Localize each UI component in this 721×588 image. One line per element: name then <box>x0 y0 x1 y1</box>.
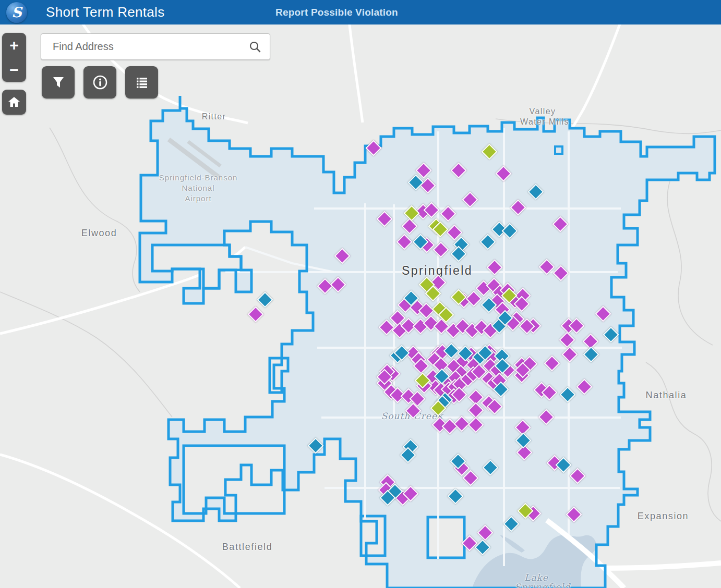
rental-marker[interactable] <box>486 259 502 275</box>
rental-marker[interactable] <box>419 177 436 193</box>
rental-marker[interactable] <box>467 416 484 433</box>
rental-marker[interactable] <box>515 432 531 448</box>
rental-marker[interactable] <box>552 265 569 281</box>
home-button[interactable] <box>2 90 26 115</box>
rental-marker[interactable] <box>257 291 273 308</box>
rental-marker[interactable] <box>440 205 456 222</box>
rental-marker[interactable] <box>453 415 470 432</box>
app-header: S Short Term Rentals Report Possible Vio… <box>0 0 721 24</box>
rental-marker[interactable] <box>501 223 518 239</box>
filter-button[interactable] <box>42 66 75 99</box>
rental-marker[interactable] <box>477 524 493 541</box>
legend-button[interactable] <box>125 66 158 99</box>
home-icon <box>7 95 21 109</box>
rental-marker[interactable] <box>561 346 578 362</box>
rental-marker[interactable] <box>376 211 392 227</box>
rental-marker[interactable] <box>461 535 477 551</box>
rental-marker[interactable] <box>447 488 463 504</box>
rental-marker[interactable] <box>503 516 519 532</box>
rental-marker[interactable] <box>474 539 490 555</box>
rental-marker[interactable] <box>450 162 466 178</box>
rental-marker[interactable] <box>401 218 417 234</box>
zoom-in-button[interactable]: + <box>2 33 26 57</box>
rental-marker[interactable] <box>559 332 575 348</box>
rental-marker[interactable] <box>566 506 582 522</box>
report-violation-link[interactable]: Report Possible Violation <box>275 0 398 24</box>
rental-marker[interactable] <box>317 278 333 294</box>
rental-marker[interactable] <box>432 241 449 258</box>
rental-marker[interactable] <box>595 305 611 322</box>
rental-marker[interactable] <box>365 140 381 156</box>
short-term-rentals-app: RitterValleyWater MillsSpringfield-Brans… <box>0 0 721 588</box>
rental-marker[interactable] <box>378 319 394 335</box>
rental-marker[interactable] <box>481 143 497 160</box>
info-icon <box>92 75 108 90</box>
rental-marker[interactable] <box>482 459 498 475</box>
city-logo: S <box>6 2 27 23</box>
rental-marker[interactable] <box>510 199 526 215</box>
rental-marker[interactable] <box>583 346 599 362</box>
search-icon[interactable] <box>249 41 261 53</box>
rental-marker[interactable] <box>552 216 568 232</box>
rental-marker[interactable] <box>527 183 544 200</box>
rental-marker[interactable] <box>495 165 511 181</box>
rental-marker[interactable] <box>479 234 496 250</box>
rental-marker[interactable] <box>576 378 592 395</box>
rental-marker[interactable] <box>569 468 585 484</box>
info-button[interactable] <box>83 66 116 99</box>
rental-marker[interactable] <box>396 234 412 250</box>
rental-marker[interactable] <box>334 248 350 264</box>
rental-marker[interactable] <box>544 355 560 371</box>
rental-marker[interactable] <box>603 326 619 342</box>
legend-icon <box>135 75 149 90</box>
rental-marker[interactable] <box>247 306 263 322</box>
rental-marker[interactable] <box>403 205 419 221</box>
filter-icon <box>51 75 66 90</box>
find-address-search <box>41 33 270 60</box>
rental-marker[interactable] <box>307 437 323 454</box>
zoom-control: + − <box>2 33 26 82</box>
rental-marker[interactable] <box>559 386 575 402</box>
zoom-out-button[interactable]: − <box>2 57 26 82</box>
page-title: Short Term Rentals <box>46 4 164 20</box>
rental-marker[interactable] <box>467 402 484 418</box>
search-input[interactable] <box>52 40 249 53</box>
rental-marker[interactable] <box>330 276 346 292</box>
rental-marker[interactable] <box>538 409 554 425</box>
rental-marker[interactable] <box>462 191 478 207</box>
rental-marker[interactable] <box>465 290 482 307</box>
